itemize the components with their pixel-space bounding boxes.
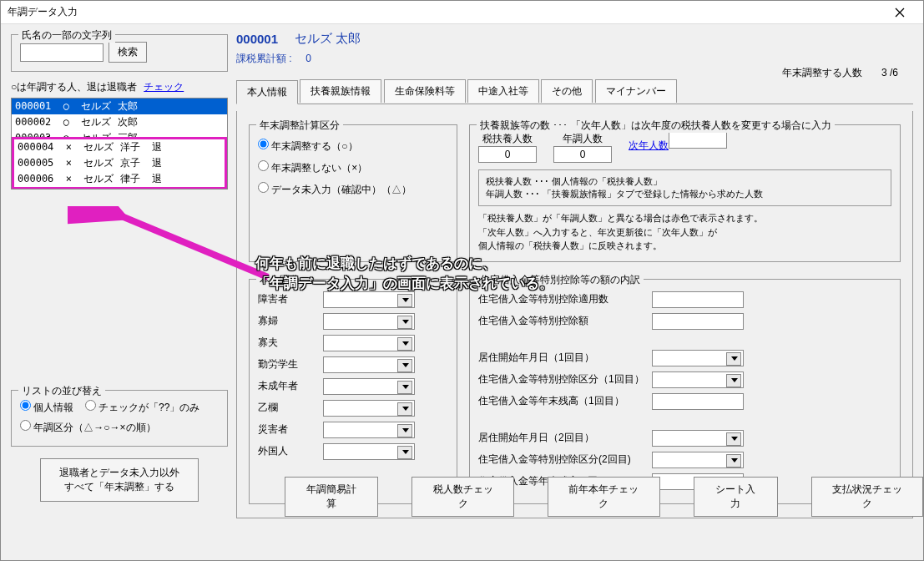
tab-fuyo[interactable]: 扶養親族情報 <box>300 79 381 103</box>
bottom-buttons: 年調簡易計算 税人数チェック 前年本年チェック シート入力 支払状況チェック <box>285 477 923 517</box>
check-link[interactable]: チェック <box>144 80 184 94</box>
dd-kinro[interactable] <box>323 356 415 373</box>
sort-opt-kubun[interactable]: 年調区分（△→○→×の順） <box>20 420 156 435</box>
btn-tax-count-check[interactable]: 税人数チェック <box>412 477 514 517</box>
close-icon <box>895 8 905 18</box>
list-item[interactable]: 000005 × セルズ 京子 退 <box>14 155 225 171</box>
close-button[interactable] <box>883 3 916 23</box>
tab-panel-honnin: 年末調整計算区分 年末調整する（○） 年末調整しない（×） データ未入力（確認中… <box>236 111 913 518</box>
dd-foreign[interactable] <box>323 443 415 460</box>
search-input[interactable] <box>20 43 104 62</box>
sort-opt-personal[interactable]: 個人情報 <box>20 400 73 415</box>
tab-hoken[interactable]: 生命保険料等 <box>384 79 466 103</box>
lbl-h6: 居住開始年月日（2回目） <box>478 431 645 445</box>
list-header: ○は年調する人、退は退職者 チェック <box>11 80 228 94</box>
lbl-h7: 住宅借入金等特別控除区分(2回目) <box>478 452 645 467</box>
lbl-h5: 住宅借入金等年末残高（1回目） <box>478 394 645 408</box>
dd-kafu1[interactable] <box>323 313 415 330</box>
lbl-h4: 住宅借入金等特別控除区分（1回目） <box>478 372 645 387</box>
person-fieldset: 本人区分 障害者 寡婦 寡夫 勤労学生 未成年者 乙欄 災害者 外国人 <box>249 279 457 504</box>
house-fieldset: 住宅借入金等特別控除等の額の内訳 住宅借入金等特別控除適用数 住宅借入金等特別控… <box>469 279 901 504</box>
window-title: 年調データ入力 <box>8 5 883 19</box>
btn-prev-curr-check[interactable]: 前年本年チェック <box>548 477 659 517</box>
sort-opt-check[interactable]: チェックが「??」のみ <box>85 400 200 415</box>
person-legend: 本人区分 <box>256 273 303 287</box>
highlight-box: 000004 × セルズ 洋子 退 000005 × セルズ 京子 退 0000… <box>12 137 227 190</box>
house-legend: 住宅借入金等特別控除等の額の内訳 <box>477 273 644 287</box>
list-header-text: ○は年調する人、退は退職者 <box>11 80 137 94</box>
list-item[interactable]: 000004 × セルズ 洋子 退 <box>14 139 225 155</box>
tab-honnin[interactable]: 本人情報 <box>236 80 298 104</box>
dd-minor[interactable] <box>323 378 415 395</box>
search-legend: 氏名の一部の文字列 <box>18 28 115 43</box>
btn-sheet-input[interactable]: シート入力 <box>694 477 778 517</box>
list-item[interactable]: 000001 ○ セルズ 太郎 <box>12 99 227 114</box>
dep-col1-label: 税扶養人数 <box>478 132 537 146</box>
lbl-minor: 未成年者 <box>258 379 316 393</box>
titlebar: 年調データ入力 <box>1 1 923 24</box>
lbl-kafu2: 寡夫 <box>258 336 316 350</box>
dd-h3[interactable] <box>652 350 744 366</box>
calc-legend: 年末調整計算区分 <box>256 119 343 133</box>
calc-opt-do[interactable]: 年末調整する（○） <box>258 139 448 154</box>
dependents-fieldset: 扶養親族等の数 ･･･ 「次年人数」は次年度の税扶養人数を変更する場合に入力 税… <box>469 124 901 262</box>
calc-fieldset: 年末調整計算区分 年末調整する（○） 年末調整しない（×） データ未入力（確認中… <box>249 124 457 262</box>
count-area: 年末調整する人数 3 /6 <box>782 66 898 80</box>
tab-chuto[interactable]: 中途入社等 <box>467 79 539 103</box>
count-label: 年末調整する人数 <box>782 67 862 78</box>
employee-name: セルズ 太郎 <box>295 31 361 47</box>
employee-id: 000001 <box>236 32 278 46</box>
lbl-kafu1: 寡婦 <box>258 314 316 328</box>
dep-col2-label: 年調人数 <box>553 132 612 146</box>
search-fieldset: 氏名の一部の文字列 検索 <box>11 34 228 72</box>
lbl-h3: 居住開始年月日（1回目） <box>478 351 645 365</box>
tax-total: 課税累計額 : 0 <box>236 52 913 66</box>
count-value: 3 /6 <box>881 67 898 78</box>
tax-label: 課税累計額 : <box>236 53 292 64</box>
lbl-kinro: 勤労学生 <box>258 357 316 371</box>
lbl-h1: 住宅借入金等特別控除適用数 <box>478 292 645 306</box>
tax-dep-count[interactable]: 0 <box>478 146 537 163</box>
tabs: 本人情報 扶養親族情報 生命保険料等 中途入社等 その他 マイナンバー <box>236 79 913 104</box>
dd-kafu2[interactable] <box>323 335 415 351</box>
list-item[interactable]: 000002 ○ セルズ 次郎 <box>12 114 227 130</box>
list-item[interactable]: 000006 × セルズ 律子 退 <box>14 171 225 187</box>
dd-otsu[interactable] <box>323 400 415 417</box>
in-h1[interactable] <box>652 291 744 308</box>
lbl-otsu: 乙欄 <box>258 401 316 415</box>
tab-mynumber[interactable]: マイナンバー <box>595 79 677 103</box>
dep-notes: 「税扶養人数」が「年調人数」と異なる場合は赤色で表示されます。 「次年人数」へ入… <box>478 211 891 253</box>
btn-pay-status-check[interactable]: 支払状況チェック <box>811 477 923 517</box>
bulk-adjust-button[interactable]: 退職者とデータ未入力以外 すべて「年末調整」する <box>40 458 199 502</box>
dd-h7[interactable] <box>652 452 744 468</box>
lbl-h2: 住宅借入金等特別控除額 <box>478 314 645 328</box>
sort-legend: リストの並び替え <box>18 384 105 398</box>
search-button[interactable]: 検索 <box>109 42 147 63</box>
dd-shogai[interactable] <box>323 291 415 308</box>
btn-simple-calc[interactable]: 年調簡易計算 <box>285 477 378 517</box>
calc-opt-pending[interactable]: データ未入力（確認中）（△） <box>258 182 448 197</box>
dep-explain-box: 税扶養人数 ･･･ 個人情報の「税扶養人数」 年調人数 ･･･ 「扶養親族情報」… <box>478 169 891 206</box>
employee-list[interactable]: 000001 ○ セルズ 太郎 000002 ○ セルズ 次郎 000003 ○… <box>11 98 228 190</box>
dep-exp1: 税扶養人数 ･･･ 個人情報の「税扶養人数」 <box>486 175 884 188</box>
in-h5[interactable] <box>652 393 744 410</box>
tab-other[interactable]: その他 <box>541 79 593 103</box>
dep-legend: 扶養親族等の数 ･･･ 「次年人数」は次年度の税扶養人数を変更する場合に入力 <box>477 119 835 133</box>
lbl-shogai: 障害者 <box>258 292 316 306</box>
dd-saigai[interactable] <box>323 422 415 438</box>
dd-h4[interactable] <box>652 371 744 388</box>
next-year-count[interactable] <box>669 132 727 149</box>
lbl-saigai: 災害者 <box>258 422 316 437</box>
sort-fieldset: リストの並び替え 個人情報 チェックが「??」のみ 年調区分（△→○→×の順） <box>11 390 228 447</box>
dep-exp2: 年調人数 ･･･ 「扶養親族情報」タブで登録した情報から求めた人数 <box>486 188 884 200</box>
next-year-link[interactable]: 次年人数 <box>629 139 669 151</box>
lbl-foreign: 外国人 <box>258 444 316 458</box>
tax-value: 0 <box>305 53 311 64</box>
calc-opt-skip[interactable]: 年末調整しない（×） <box>258 160 448 175</box>
adj-dep-count[interactable]: 0 <box>553 146 612 163</box>
list-item[interactable]: 000003 ○ セルズ 三郎 <box>12 130 227 137</box>
header-info: 000001 セルズ 太郎 <box>236 31 913 47</box>
in-h2[interactable] <box>652 313 744 330</box>
dd-h6[interactable] <box>652 430 744 447</box>
